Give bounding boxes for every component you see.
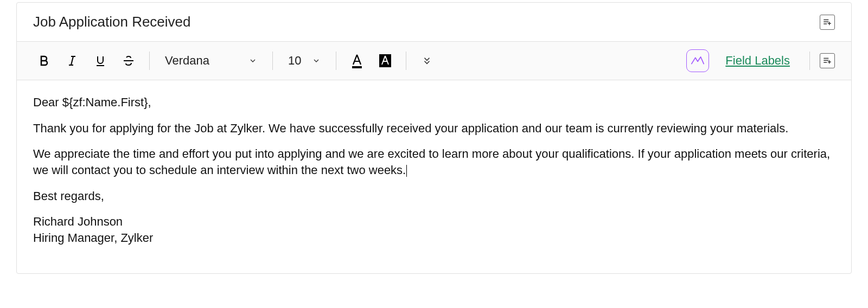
insert-field-icon [822, 56, 832, 66]
underline-button[interactable] [90, 50, 111, 72]
background-color-icon [377, 53, 393, 69]
toolbar-separator [336, 52, 336, 70]
background-color-button[interactable] [374, 50, 396, 72]
insert-field-icon [822, 17, 832, 27]
zia-ai-button[interactable] [686, 49, 709, 72]
email-greeting: Dear ${zf:Name.First}, [33, 94, 835, 111]
svg-line-7 [71, 56, 73, 65]
insert-field-button[interactable] [820, 15, 835, 30]
signature-name: Richard Johnson [33, 214, 835, 230]
italic-button[interactable] [61, 50, 83, 72]
font-size-select[interactable]: 10 [283, 54, 326, 68]
email-paragraph-2: We appreciate the time and effort you pu… [33, 146, 835, 178]
email-paragraph-1: Thank you for applying for the Job at Zy… [33, 120, 835, 137]
underline-icon [94, 54, 107, 67]
strikethrough-button[interactable] [118, 50, 139, 72]
text-cursor [406, 165, 407, 177]
insert-field-button-toolbar[interactable] [820, 53, 835, 68]
field-labels-link[interactable]: Field Labels [725, 54, 790, 68]
chevron-down-icon [312, 56, 321, 65]
toolbar-separator [406, 52, 406, 70]
strikethrough-icon [122, 54, 135, 67]
font-family-value: Verdana [165, 54, 209, 68]
chevron-down-icon [248, 56, 257, 65]
more-options-button[interactable] [416, 50, 438, 72]
email-closing: Best regards, [33, 188, 835, 204]
font-size-value: 10 [288, 54, 301, 68]
text-color-icon [349, 53, 365, 69]
editor-toolbar: Verdana 10 [17, 42, 851, 80]
subject-row [17, 3, 851, 42]
double-chevron-down-icon [422, 56, 432, 66]
italic-icon [66, 54, 79, 67]
subject-input[interactable] [33, 14, 820, 30]
toolbar-separator [272, 52, 273, 70]
toolbar-separator [149, 52, 150, 70]
bold-icon [37, 54, 50, 67]
signature-title: Hiring Manager, Zylker [33, 230, 835, 246]
text-color-button[interactable] [346, 50, 368, 72]
editor-content[interactable]: Dear ${zf:Name.First}, Thank you for app… [17, 80, 851, 273]
font-family-select[interactable]: Verdana [159, 54, 263, 68]
toolbar-separator [809, 52, 810, 70]
svg-rect-10 [352, 66, 362, 68]
zia-icon [690, 55, 705, 67]
bold-button[interactable] [33, 50, 55, 72]
